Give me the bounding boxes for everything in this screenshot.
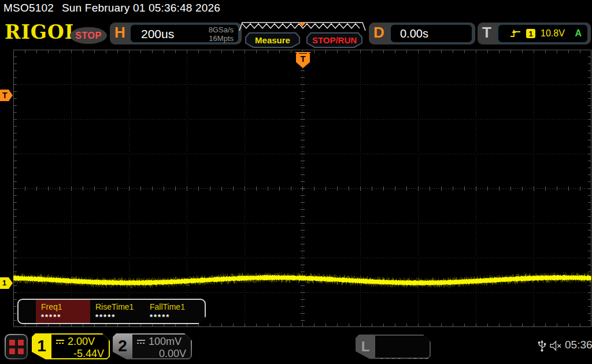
logic-channel-list: 0 1 2 3 4 5 6 7 8 9 1011 12131415: [375, 336, 430, 358]
channel1-offset: -5.44V: [51, 348, 109, 360]
memory-zigzag-icon: [239, 21, 366, 32]
acquisition-status-badge: STOP: [70, 27, 107, 44]
delay-settings-button[interactable]: D 0.00s: [369, 23, 475, 44]
logic-label: L: [356, 335, 375, 361]
channel1-values: 2.00V -5.44V: [51, 335, 109, 358]
logic-channels-button[interactable]: 0 1 2 3 4 5 6 7 8 9 1011 12131415 L: [356, 335, 431, 359]
window-title: MSO5102Sun February 01 05:36:48 2026: [3, 2, 220, 14]
measure-button[interactable]: Measure: [245, 32, 300, 48]
oscilloscope-screen: MSO5102Sun February 01 05:36:48 2026 RIG…: [0, 0, 592, 364]
waveform-memory-bar[interactable]: [239, 21, 366, 32]
channel2-offset: 0.00V: [132, 348, 191, 360]
stop-run-button[interactable]: STOP/RUN: [306, 32, 362, 48]
usb-icon: [537, 340, 547, 353]
rising-edge-icon: [510, 29, 521, 38]
speaker-muted-icon: [549, 340, 563, 352]
clock-display: 05:36: [565, 339, 592, 351]
delay-value: 0.00s: [400, 27, 428, 40]
measurement-item-falltime1[interactable]: FallTime1 *****: [145, 300, 199, 323]
main-menu-button[interactable]: [5, 334, 28, 359]
horizontal-label: H: [114, 24, 125, 42]
sample-rate: 8GSa/s: [209, 25, 234, 34]
channel2-scale: 100mV: [149, 336, 182, 348]
model-name: MSO5102: [3, 2, 54, 14]
logic-row-0-7: 0 1 2 3 4 5 6 7: [380, 356, 430, 364]
trigger-display: 1 10.8V A: [497, 24, 589, 43]
dc-coupling-icon: [56, 339, 65, 345]
memory-depth: 16Mpts: [209, 34, 234, 43]
trigger-sweep-mode: A: [575, 28, 582, 39]
channel1-position-marker[interactable]: 1: [0, 277, 13, 289]
dc-coupling-icon: [136, 339, 146, 345]
timebase-value: 200us: [141, 27, 174, 41]
channel2-status-button[interactable]: 100mV 0.00V 2: [113, 333, 192, 359]
delay-display: 0.00s: [390, 24, 473, 43]
measurement-item-risetime1[interactable]: RiseTime1 *****: [90, 300, 145, 323]
trigger-settings-button[interactable]: T 1 10.8V A: [478, 23, 591, 44]
channel1-number: 1: [32, 333, 51, 359]
horizontal-display: 200us 8GSa/s 16Mpts: [130, 24, 239, 43]
channel2-values: 100mV 0.00V: [132, 335, 191, 358]
channel1-scale: 2.00V: [68, 336, 95, 348]
sample-rate-memory: 8GSa/s 16Mpts: [209, 25, 234, 43]
datetime-text: Sun February 01 05:36:48 2026: [62, 2, 220, 14]
trigger-position-marker[interactable]: T: [294, 49, 312, 70]
trigger-position-flag[interactable]: T: [296, 54, 310, 68]
channel1-status-button[interactable]: 2.00V -5.44V 1: [32, 333, 110, 359]
menu-grid-icon: [6, 335, 27, 358]
horizontal-settings-button[interactable]: H 200us 8GSa/s 16Mpts: [110, 23, 242, 44]
measurements-panel[interactable]: Freq1 ***** RiseTime1 ***** FallTime1 **…: [17, 299, 206, 324]
measurement-item-freq1[interactable]: Freq1 *****: [36, 300, 90, 323]
trigger-source-badge: 1: [526, 29, 535, 38]
channel2-number: 2: [113, 333, 132, 359]
delay-label: D: [373, 24, 384, 42]
graticule-waveform-canvas: [13, 50, 591, 327]
trigger-level-value: 10.8V: [541, 28, 565, 39]
measurements-spacer: [18, 300, 36, 323]
rigol-logo: RIGOL: [5, 21, 79, 43]
trigger-label: T: [482, 24, 491, 42]
trigger-level-marker[interactable]: T: [0, 90, 13, 101]
